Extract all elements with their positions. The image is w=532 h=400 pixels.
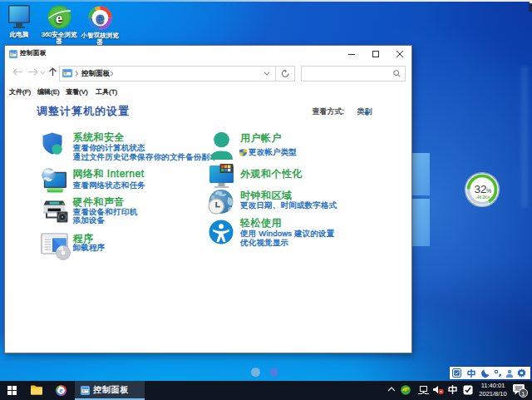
svg-text:e: e (59, 387, 63, 394)
svg-text:↓46.2K/s: ↓46.2K/s (475, 195, 491, 200)
svg-text:1: 1 (521, 390, 525, 398)
svg-text:32: 32 (474, 183, 486, 195)
svg-text:e: e (96, 10, 104, 27)
svg-text:%: % (486, 188, 491, 194)
